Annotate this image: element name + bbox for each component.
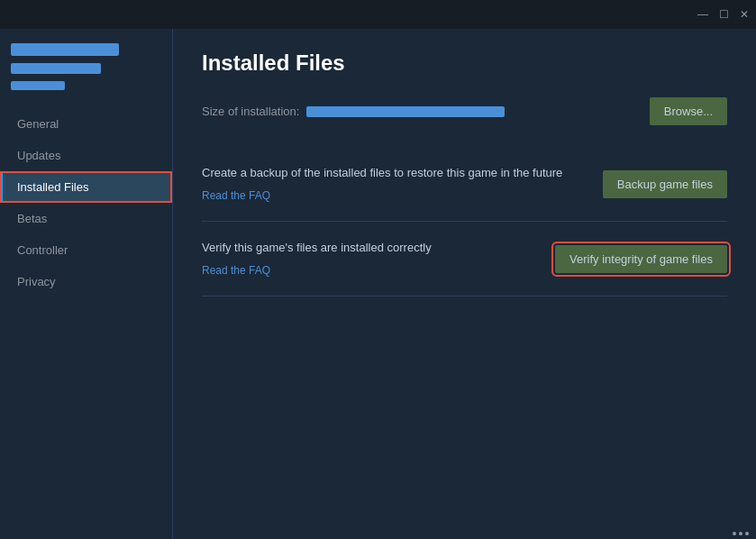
dot-3 xyxy=(745,532,749,535)
game-info xyxy=(0,43,172,108)
sidebar-item-updates[interactable]: Updates xyxy=(0,140,172,171)
backup-card-text: Create a backup of the installed files t… xyxy=(202,165,581,203)
close-button[interactable]: ✕ xyxy=(740,9,749,20)
verify-card-title: Verify this game's files are installed c… xyxy=(202,240,533,256)
size-label-text: Size of installation: xyxy=(202,105,299,118)
sidebar-item-controller[interactable]: Controller xyxy=(0,234,172,266)
install-size-bar xyxy=(306,106,505,117)
page-title: Installed Files xyxy=(202,50,727,76)
main-layout: General Updates Installed Files Betas Co… xyxy=(0,29,756,539)
sidebar-item-installed-files[interactable]: Installed Files xyxy=(0,171,172,203)
dot-2 xyxy=(739,532,742,535)
install-size-label: Size of installation: xyxy=(202,105,505,118)
title-bar-controls: — ☐ ✕ xyxy=(697,9,749,20)
sidebar-nav: General Updates Installed Files Betas Co… xyxy=(0,108,172,297)
title-bar: — ☐ ✕ xyxy=(0,0,756,29)
verify-card-text: Verify this game's files are installed c… xyxy=(202,240,533,278)
sidebar-item-betas[interactable]: Betas xyxy=(0,203,172,234)
sidebar: General Updates Installed Files Betas Co… xyxy=(0,29,173,539)
taskbar-dots xyxy=(733,532,749,535)
dot-1 xyxy=(733,532,736,535)
game-title-bar xyxy=(11,43,119,56)
verify-integrity-button[interactable]: Verify integrity of game files xyxy=(555,245,727,273)
game-subtitle-bar xyxy=(11,63,101,74)
sidebar-item-privacy[interactable]: Privacy xyxy=(0,266,172,297)
verify-card: Verify this game's files are installed c… xyxy=(202,222,727,297)
sidebar-item-general[interactable]: General xyxy=(0,108,172,140)
content-area: Installed Files Size of installation: Br… xyxy=(173,29,756,539)
backup-card-title: Create a backup of the installed files t… xyxy=(202,165,581,181)
backup-button[interactable]: Backup game files xyxy=(603,170,727,198)
install-size-row: Size of installation: Browse... xyxy=(202,97,727,125)
backup-card: Create a backup of the installed files t… xyxy=(202,147,727,222)
verify-faq-link[interactable]: Read the FAQ xyxy=(202,264,270,277)
browse-button[interactable]: Browse... xyxy=(650,97,727,125)
backup-faq-link[interactable]: Read the FAQ xyxy=(202,189,270,202)
minimize-button[interactable]: — xyxy=(697,9,708,20)
game-tag-bar xyxy=(11,81,65,90)
maximize-button[interactable]: ☐ xyxy=(719,9,729,20)
